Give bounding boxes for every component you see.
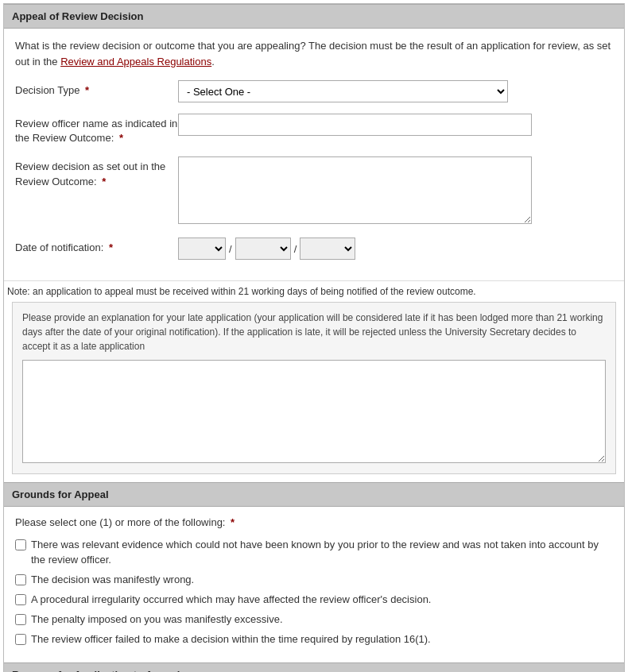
grounds-section-content: Please select one (1) or more of the fol… — [4, 507, 624, 662]
review-decision-textarea[interactable] — [178, 156, 532, 224]
grounds-checkbox-4-label: The penalty imposed on you was manifestl… — [31, 612, 283, 627]
review-officer-label: Review officer name as indicated in the … — [15, 114, 178, 145]
review-officer-field — [178, 114, 613, 136]
date-notification-label: Date of notification: * — [15, 238, 178, 255]
grounds-section-title: Grounds for Appeal — [12, 489, 109, 500]
grounds-section-header: Grounds for Appeal — [4, 482, 624, 507]
date-field: / / — [178, 238, 613, 260]
review-officer-row: Review officer name as indicated in the … — [15, 114, 613, 145]
grounds-checkbox-2[interactable] — [15, 574, 26, 585]
grounds-checkbox-5-label: The review officer failed to make a deci… — [31, 632, 431, 647]
grounds-instruction: Please select one (1) or more of the fol… — [15, 516, 613, 528]
grounds-checkbox-5[interactable] — [15, 634, 26, 645]
appeal-section-title: Appeal of Review Decision — [12, 10, 143, 22]
note-text: Note: an application to appeal must be r… — [4, 281, 624, 302]
review-officer-input[interactable] — [178, 114, 532, 136]
reasons-section-title: Reasons for Application to Appeal — [12, 669, 180, 673]
grounds-checkbox-1-label: There was relevant evidence which could … — [31, 538, 613, 566]
decision-type-field: - Select One - — [178, 80, 613, 102]
date-required: * — [109, 241, 113, 253]
late-explanation-textarea[interactable] — [22, 360, 606, 463]
appeal-intro-text: What is the review decision or outcome t… — [15, 38, 613, 69]
review-decision-row: Review decision as set out in the Review… — [15, 156, 613, 226]
grounds-checkbox-3[interactable] — [15, 594, 26, 605]
date-month-select[interactable] — [235, 238, 291, 260]
grounds-required: * — [231, 516, 235, 528]
grounds-checkbox-item-5: The review officer failed to make a deci… — [15, 632, 613, 647]
date-year-select[interactable] — [300, 238, 355, 260]
grounds-checkbox-item-2: The decision was manifestly wrong. — [15, 573, 613, 587]
appeal-section-header: Appeal of Review Decision — [4, 4, 624, 29]
grounds-checkbox-4[interactable] — [15, 614, 26, 625]
decision-type-required: * — [85, 84, 89, 96]
grounds-checkbox-1[interactable] — [15, 539, 26, 550]
review-appeals-link[interactable]: Review and Appeals Regulations — [60, 56, 211, 68]
decision-type-select[interactable]: - Select One - — [178, 80, 508, 102]
grounds-checkbox-item-1: There was relevant evidence which could … — [15, 538, 613, 566]
late-explanation-text: Please provide an explanation for your l… — [22, 311, 606, 353]
late-explanation-box: Please provide an explanation for your l… — [12, 302, 616, 474]
date-dropdowns: / / — [178, 238, 613, 260]
decision-type-label: Decision Type * — [15, 80, 178, 98]
decision-type-row: Decision Type * - Select One - — [15, 80, 613, 102]
grounds-checkbox-2-label: The decision was manifestly wrong. — [31, 573, 194, 587]
review-decision-field — [178, 156, 613, 226]
review-decision-required: * — [102, 176, 106, 187]
date-notification-row: Date of notification: * / / — [15, 238, 613, 260]
date-day-select[interactable] — [178, 238, 226, 260]
grounds-checkbox-3-label: A procedural irregularity occurred which… — [31, 593, 431, 607]
review-decision-label: Review decision as set out in the Review… — [15, 156, 178, 188]
grounds-checkbox-item-3: A procedural irregularity occurred which… — [15, 593, 613, 607]
grounds-checkbox-item-4: The penalty imposed on you was manifestl… — [15, 612, 613, 627]
appeal-section-content: What is the review decision or outcome t… — [4, 29, 624, 281]
reasons-section-header: Reasons for Application to Appeal — [4, 662, 624, 673]
review-officer-required: * — [119, 132, 123, 144]
